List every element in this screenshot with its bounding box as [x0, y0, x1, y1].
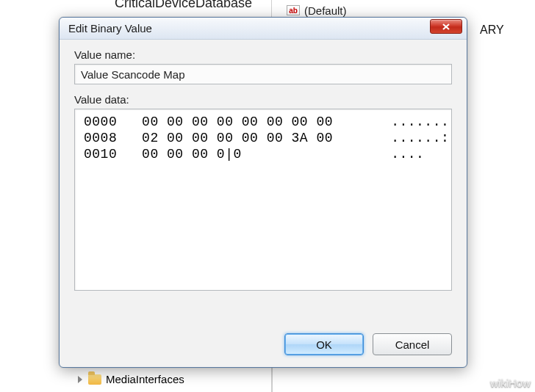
close-icon: [442, 23, 450, 31]
value-name-label: Value name:: [74, 48, 452, 61]
panel-divider: [272, 364, 273, 392]
dialog-body: Value name: Value data: 0000 00 00 00 00…: [60, 40, 467, 322]
value-type-fragment: ARY: [480, 23, 504, 37]
chevron-right-icon[interactable]: [78, 376, 82, 383]
tree-item-label[interactable]: CriticalDeviceDatabase: [115, 0, 252, 11]
dialog-buttons: OK Cancel: [60, 322, 467, 367]
tree-item-label: MediaInterfaces: [106, 373, 184, 385]
cancel-button[interactable]: Cancel: [373, 333, 452, 355]
close-button[interactable]: [430, 19, 462, 34]
tree-item[interactable]: MediaInterfaces: [78, 373, 184, 385]
watermark: wikiHow: [490, 377, 531, 389]
value-row[interactable]: ab (Default): [272, 3, 535, 18]
hex-editor[interactable]: 0000 00 00 00 00 00 00 00 00 ........ 00…: [74, 109, 452, 291]
dialog-title: Edit Binary Value: [68, 22, 152, 35]
string-value-icon: ab: [287, 5, 300, 15]
value-data-label: Value data:: [74, 93, 452, 106]
value-name-cell: (Default): [304, 4, 347, 17]
edit-binary-dialog: Edit Binary Value Value name: Value data…: [59, 17, 467, 368]
ok-button[interactable]: OK: [284, 333, 364, 355]
folder-icon: [88, 374, 101, 385]
value-name-input[interactable]: [74, 64, 452, 84]
dialog-titlebar[interactable]: Edit Binary Value: [60, 18, 467, 40]
